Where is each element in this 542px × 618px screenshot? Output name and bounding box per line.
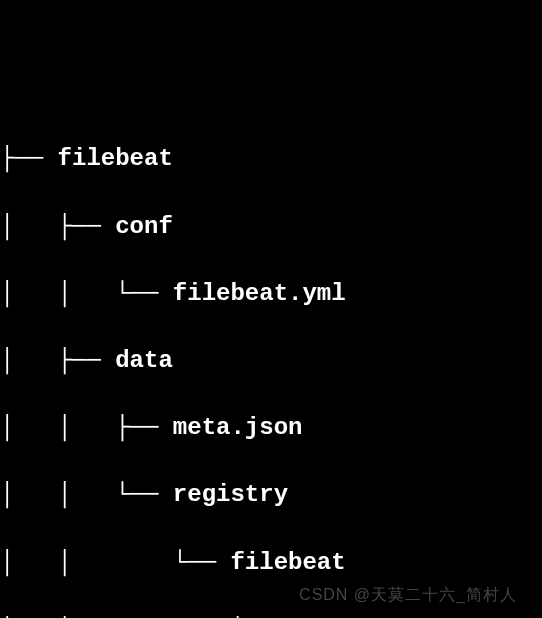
tree-row-filebeat: ├── filebeat <box>0 142 542 176</box>
tree-row-registry-filebeat: │ │ └── filebeat <box>0 546 542 580</box>
tree-row-filebeat-yml: │ │ └── filebeat.yml <box>0 277 542 311</box>
tree-row-conf: │ ├── conf <box>0 210 542 244</box>
tree-row-registry: │ │ └── registry <box>0 478 542 512</box>
tree-row-data: │ ├── data <box>0 344 542 378</box>
watermark-text: CSDN @天莫二十六_简村人 <box>299 584 517 606</box>
tree-row-meta-json: │ │ ├── meta.json <box>0 411 542 445</box>
tree-row-log-json: │ │ ├── log.json <box>0 613 542 618</box>
